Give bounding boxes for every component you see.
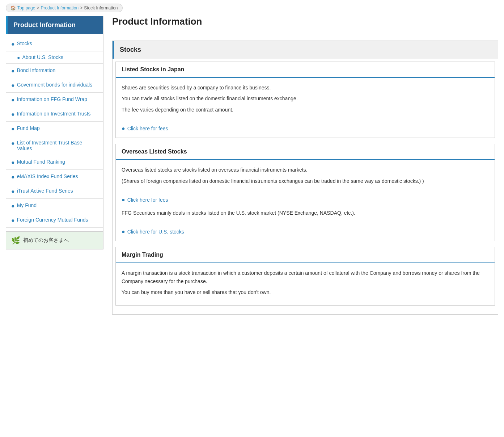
margin-trading-body: A margin transaction is a stock transact…	[116, 263, 495, 305]
overseas-p1: Overseas listed stocks are stocks listed…	[122, 166, 489, 174]
breadcrumb-product-info[interactable]: Product Information	[41, 5, 79, 10]
listed-stocks-japan-header: Listed Stocks in Japan	[116, 62, 495, 78]
sidebar-nav: ● Stocks ● About U.S. Stocks ● Bond Info…	[6, 34, 103, 231]
sidebar-item-inv-trusts-label: Information on Investment Trusts	[17, 111, 91, 117]
fees-link-1[interactable]: ● Click here for fees	[122, 125, 168, 132]
sidebar-item-my-fund-label: My Fund	[17, 202, 37, 208]
dot-icon-fund-map: ●	[11, 126, 15, 132]
sidebar-item-us-stocks-label: About U.S. Stocks	[22, 54, 63, 60]
sidebar-item-stocks[interactable]: ● Stocks	[6, 37, 103, 51]
listed-stocks-p3: The fee varies depending on the contract…	[122, 106, 489, 114]
leaf-icon: 🌿	[11, 236, 20, 245]
sidebar-item-mutual-fund[interactable]: ● Mutual Fund Ranking	[6, 155, 103, 170]
sidebar-item-emaxis-label: eMAXIS Index Fund Series	[17, 173, 78, 179]
stocks-section-content: Listed Stocks in Japan Shares are securi…	[113, 59, 498, 314]
sidebar: Product Information ● Stocks ● About U.S…	[6, 16, 103, 249]
margin-trading-header: Margin Trading	[116, 247, 495, 263]
sidebar-item-investment-trusts[interactable]: ● Information on Investment Trusts	[6, 107, 103, 122]
listed-stocks-japan-title: Listed Stocks in Japan	[122, 66, 489, 73]
breadcrumb: 🏠 Top page > Product Information > Stock…	[6, 4, 123, 12]
dot-icon-emaxis: ●	[11, 174, 15, 180]
us-stocks-link[interactable]: ● Click here for U.S. stocks	[122, 228, 184, 235]
circle-icon-2: ●	[122, 197, 125, 203]
dot-icon-govt: ●	[11, 82, 15, 89]
listed-stocks-japan-subsection: Listed Stocks in Japan Shares are securi…	[115, 62, 495, 138]
overseas-p2: (Shares of foreign companies listed on d…	[122, 177, 489, 185]
stocks-section-header: Stocks	[113, 41, 498, 59]
overseas-stocks-title: Overseas Listed Stocks	[122, 148, 489, 155]
us-stocks-link-label: Click here for U.S. stocks	[127, 229, 184, 235]
listed-stocks-japan-body: Shares are securities issued by a compan…	[116, 78, 495, 138]
listed-stocks-p1: Shares are securities issued by a compan…	[122, 84, 489, 92]
sidebar-item-ffg-wrap[interactable]: ● Information on FFG Fund Wrap	[6, 93, 103, 107]
margin-p1: A margin transaction is a stock transact…	[122, 269, 489, 285]
fees-link-2[interactable]: ● Click here for fees	[122, 197, 168, 203]
sidebar-banner[interactable]: 🌿 初めてのお客さまへ	[6, 231, 103, 249]
dot-icon-foreign: ●	[11, 217, 15, 224]
sidebar-item-my-fund[interactable]: ● My Fund	[6, 199, 103, 213]
listed-stocks-p2: You can trade all stocks listed on the d…	[122, 94, 489, 102]
home-icon: 🏠	[10, 5, 16, 10]
sidebar-item-mutual-label: Mutual Fund Ranking	[17, 159, 65, 165]
dot-icon-trust-base: ●	[11, 140, 15, 147]
overseas-stocks-subsection: Overseas Listed Stocks Overseas listed s…	[115, 144, 495, 241]
sidebar-item-itrust-label: iTrust Active Fund Series	[17, 188, 73, 194]
sidebar-item-ffg-label: Information on FFG Fund Wrap	[17, 96, 87, 102]
overseas-extra-p1: FFG Securities mainly deals in stocks li…	[122, 209, 489, 217]
sidebar-item-govt-bonds[interactable]: ● Government bonds for individuals	[6, 78, 103, 93]
dot-icon-stocks: ●	[11, 41, 15, 47]
dot-icon-us-stocks: ●	[17, 55, 20, 60]
overseas-stocks-body: Overseas listed stocks are stocks listed…	[116, 160, 495, 241]
sidebar-item-emaxis[interactable]: ● eMAXIS Index Fund Series	[6, 170, 103, 184]
overseas-stocks-header: Overseas Listed Stocks	[116, 144, 495, 160]
circle-icon-1: ●	[122, 125, 125, 132]
dot-icon-inv-trusts: ●	[11, 111, 15, 118]
margin-p2: You can buy more than you have or sell s…	[122, 288, 489, 296]
dot-icon-itrust: ●	[11, 188, 15, 195]
sidebar-item-bond-info[interactable]: ● Bond Information	[6, 64, 103, 78]
sidebar-item-fund-map[interactable]: ● Fund Map	[6, 122, 103, 136]
main-divider	[112, 33, 498, 33]
margin-trading-title: Margin Trading	[122, 252, 489, 258]
sidebar-banner-label: 初めてのお客さまへ	[23, 237, 69, 244]
sidebar-item-itrust[interactable]: ● iTrust Active Fund Series	[6, 184, 103, 199]
sidebar-item-trust-base-label: List of Investment Trust Base Values	[17, 140, 98, 151]
breadcrumb-home[interactable]: Top page	[17, 5, 35, 10]
circle-icon-us: ●	[122, 228, 125, 235]
sidebar-item-foreign-label: Foreign Currency Mutual Funds	[17, 217, 88, 223]
sidebar-item-foreign-currency[interactable]: ● Foreign Currency Mutual Funds	[6, 213, 103, 228]
page-title: Product Information	[112, 16, 498, 27]
sidebar-item-about-us-stocks[interactable]: ● About U.S. Stocks	[6, 51, 103, 64]
dot-icon-bond: ●	[11, 68, 15, 74]
dot-icon-mutual: ●	[11, 159, 15, 166]
sidebar-item-govt-label: Government bonds for individuals	[17, 82, 93, 88]
sidebar-item-trust-base[interactable]: ● List of Investment Trust Base Values	[6, 136, 103, 155]
margin-trading-subsection: Margin Trading A margin transaction is a…	[115, 247, 495, 305]
dot-icon-ffg: ●	[11, 97, 15, 103]
layout: Product Information ● Stocks ● About U.S…	[0, 16, 504, 329]
main-content: Product Information Stocks Listed Stocks…	[103, 16, 498, 322]
sidebar-item-stocks-label: Stocks	[17, 41, 32, 46]
sidebar-item-fund-map-label: Fund Map	[17, 125, 40, 131]
stocks-section: Stocks Listed Stocks in Japan Shares are…	[112, 41, 498, 315]
fees-link-2-label: Click here for fees	[127, 197, 168, 203]
dot-icon-my-fund: ●	[11, 203, 15, 209]
fees-link-1-label: Click here for fees	[127, 126, 168, 131]
sidebar-title: Product Information	[6, 16, 103, 34]
breadcrumb-sep-2: >	[80, 5, 82, 10]
breadcrumb-current: Stock Information	[84, 5, 118, 10]
sidebar-item-bond-label: Bond Information	[17, 67, 56, 73]
breadcrumb-sep-1: >	[37, 5, 39, 10]
stocks-section-title: Stocks	[120, 46, 492, 54]
